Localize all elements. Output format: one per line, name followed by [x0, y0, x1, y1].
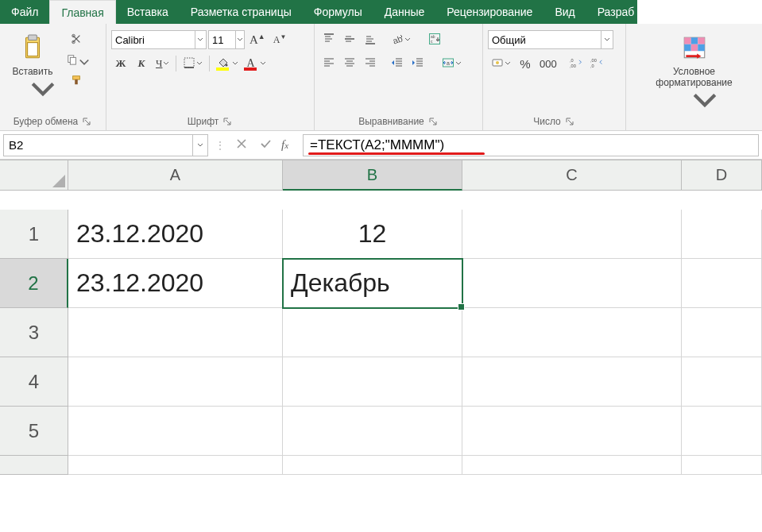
svg-rect-1	[29, 35, 37, 40]
increase-decimal-button[interactable]: ,0,00	[567, 54, 586, 73]
alignment-launcher[interactable]	[427, 116, 439, 127]
font-color-button[interactable]: А	[243, 54, 269, 73]
clipboard-launcher[interactable]	[81, 116, 92, 127]
number-launcher[interactable]	[564, 116, 575, 127]
cell-A3[interactable]	[68, 308, 283, 357]
formula-highlight	[308, 152, 485, 155]
align-right-button[interactable]	[361, 54, 380, 73]
row-header-2[interactable]: 2	[0, 259, 68, 308]
copy-button[interactable]	[64, 51, 88, 70]
tab-formulas[interactable]: Формулы	[303, 0, 373, 24]
group-font-label: Шрифт	[188, 114, 219, 129]
font-launcher[interactable]	[222, 116, 233, 127]
tab-page-layout[interactable]: Разметка страницы	[180, 0, 303, 24]
comma-style-button[interactable]: 000	[536, 54, 560, 73]
orientation-button[interactable]: ab	[388, 30, 414, 49]
cell-A1[interactable]: 23.12.2020	[68, 210, 283, 259]
percent-button[interactable]: %	[516, 54, 535, 73]
underline-button[interactable]: Ч	[153, 54, 172, 73]
align-middle-button[interactable]	[340, 30, 359, 49]
cell-D1[interactable]	[682, 210, 762, 259]
font-name-combo[interactable]	[111, 30, 207, 49]
column-header-C[interactable]: C	[462, 160, 682, 191]
tab-home[interactable]: Главная	[49, 0, 115, 24]
tab-insert[interactable]: Вставка	[116, 0, 180, 24]
number-format-input[interactable]	[489, 34, 601, 46]
grow-font-button[interactable]: A▲	[246, 30, 269, 49]
cell-C3[interactable]	[462, 308, 682, 357]
row-header-5[interactable]: 5	[0, 407, 68, 456]
cell-D4[interactable]	[682, 357, 762, 407]
row-header-6[interactable]	[0, 456, 68, 475]
cell-B1[interactable]: 12	[283, 210, 462, 259]
tab-data[interactable]: Данные	[373, 0, 436, 24]
conditional-formatting-button[interactable]: Условное форматирование	[639, 27, 750, 98]
paste-button[interactable]: Вставить	[5, 27, 60, 98]
cell-C2[interactable]	[462, 259, 682, 308]
svg-rect-59	[684, 44, 691, 52]
format-painter-button[interactable]	[64, 71, 88, 91]
enter-formula-button[interactable]	[254, 136, 277, 155]
number-format-combo[interactable]	[488, 30, 613, 49]
column-header-D[interactable]: D	[682, 160, 762, 191]
name-box-input[interactable]	[4, 138, 192, 152]
align-center-button[interactable]	[340, 54, 359, 73]
worksheet-grid[interactable]: A B C D 1 23.12.2020 12 2 23.12.2020 Дек…	[0, 160, 762, 505]
borders-button[interactable]	[180, 54, 206, 73]
cell-D3[interactable]	[682, 308, 762, 357]
tab-review[interactable]: Рецензирование	[435, 0, 543, 24]
row-header-4[interactable]: 4	[0, 357, 68, 407]
column-header-A[interactable]: A	[68, 160, 283, 191]
cell-C4[interactable]	[462, 357, 682, 407]
tab-view[interactable]: Вид	[543, 0, 586, 24]
cell-B2[interactable]: Декабрь	[283, 259, 462, 308]
fill-color-button[interactable]	[213, 54, 242, 73]
align-left-icon	[323, 56, 335, 71]
row-header-1[interactable]: 1	[0, 210, 68, 259]
bold-button[interactable]: Ж	[111, 54, 130, 73]
decrease-decimal-button[interactable]: ,00,0	[587, 54, 606, 73]
row-header-3[interactable]: 3	[0, 308, 68, 357]
tab-file[interactable]: Файл	[0, 0, 49, 24]
cell-A2[interactable]: 23.12.2020	[68, 259, 283, 308]
cell-B3[interactable]	[283, 308, 462, 357]
cell-B4[interactable]	[283, 357, 462, 407]
font-size-input[interactable]	[209, 34, 235, 46]
svg-text:,00: ,00	[570, 63, 576, 67]
formula-input[interactable]	[304, 137, 758, 153]
cell-A5[interactable]	[68, 407, 283, 456]
italic-button[interactable]: К	[132, 54, 151, 73]
paste-label: Вставить	[13, 66, 53, 77]
align-left-button[interactable]	[319, 54, 338, 73]
cell-C5[interactable]	[462, 407, 682, 456]
tab-developer[interactable]: Разраб	[586, 0, 638, 24]
cell-C6[interactable]	[462, 456, 682, 475]
font-name-input[interactable]	[112, 34, 195, 46]
cell-A6[interactable]	[68, 456, 283, 475]
merge-center-button[interactable]: a	[439, 54, 465, 73]
cell-D2[interactable]	[682, 259, 762, 308]
increase-indent-button[interactable]	[408, 54, 427, 73]
font-size-combo[interactable]	[208, 30, 245, 49]
cut-button[interactable]	[64, 30, 88, 49]
cell-B5[interactable]	[283, 407, 462, 456]
select-all-corner[interactable]	[0, 160, 68, 191]
fx-icon[interactable]: fx	[281, 138, 288, 152]
cell-C1[interactable]	[462, 210, 682, 259]
fill-color-swatch	[216, 67, 229, 71]
cancel-formula-button[interactable]	[230, 136, 253, 155]
align-bottom-button[interactable]	[361, 30, 380, 49]
cell-A4[interactable]	[68, 357, 283, 407]
svg-text:a: a	[447, 60, 450, 66]
align-top-button[interactable]	[319, 30, 338, 49]
formula-bar[interactable]	[303, 134, 759, 156]
cell-D5[interactable]	[682, 407, 762, 456]
cell-D6[interactable]	[682, 456, 762, 475]
cell-B6[interactable]	[283, 456, 462, 475]
currency-button[interactable]	[488, 54, 514, 73]
decrease-indent-button[interactable]	[388, 54, 407, 73]
column-header-B[interactable]: B	[283, 160, 462, 191]
shrink-font-button[interactable]: A▼	[270, 30, 290, 49]
name-box[interactable]	[3, 134, 208, 156]
wrap-text-button[interactable]: abc	[425, 30, 444, 49]
